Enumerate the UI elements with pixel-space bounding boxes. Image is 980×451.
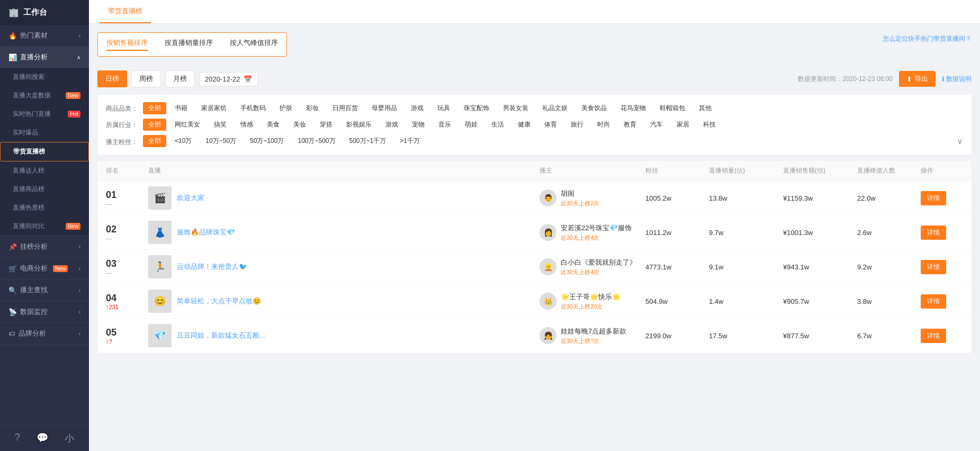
sidebar-liveanalysis-label: 直播分析 [20,52,48,62]
sidebar-item-livecompare[interactable]: 直播间对比 New [0,217,89,236]
sidebar-item-realtimehot[interactable]: 实时热门直播 Hot [0,105,89,123]
period-btn-day[interactable]: 日榜 [97,70,127,87]
filter-tag-life[interactable]: 生活 [486,119,509,131]
help-link[interactable]: 怎么定位快手热门带货直播间？ [883,34,972,43]
filter-tag-other[interactable]: 其他 [694,102,717,114]
filter-tag-health[interactable]: 健康 [513,119,536,131]
filter-tag-toys[interactable]: 玩具 [432,102,455,114]
filter-tag-game[interactable]: 游戏 [406,102,429,114]
sidebar: 🏢 工作台 🔥 热门素材 › 📊 直播分析 ∧ 直播间搜索 直播大盘数据 [0,0,89,451]
collapse-button[interactable]: ∨ [957,136,963,146]
filter-tag-digital[interactable]: 手机数码 [235,102,271,114]
sidebar-item-datamonitor[interactable]: 📡 数据监控 › [0,301,89,322]
detail-button[interactable]: 详情 [921,226,946,240]
filter-tag-fans-100-500w[interactable]: 100万~500万 [292,135,340,147]
filter-tag-all-ind[interactable]: 全部 [143,119,166,131]
sidebar-item-livemarket[interactable]: 直播大盘数据 New [0,86,89,105]
filter-tag-outfit[interactable]: 穿搭 [314,119,338,131]
help-icon[interactable]: ? [15,432,20,445]
filter-tag-fans-gt1kw[interactable]: >1千万 [394,135,425,147]
detail-button[interactable]: 详情 [921,329,946,343]
filter-tag-all-fans[interactable]: 全部 [143,135,166,147]
sidebar-item-anchorfind[interactable]: 🔍 播主查找 › [0,279,89,301]
filter-tag-fans-10-50w[interactable]: 10万~50万 [200,135,241,147]
filter-tag-daily[interactable]: 日用百货 [327,102,363,114]
period-btn-month[interactable]: 月榜 [165,70,195,87]
filter-tag-food[interactable]: 美食饮品 [576,102,612,114]
filter-tag-entertainment[interactable]: 影视娱乐 [341,119,377,131]
sidebar-item-heatranking[interactable]: 直播热度榜 [0,199,89,217]
live-title-link[interactable]: 服饰🔥品牌珠宝💎 [177,228,235,237]
miniapp-icon[interactable]: 小 [65,432,74,445]
live-title-link[interactable]: 豆豆同姐，新款猛女石五断... [177,331,265,340]
fans-cell: 1011.2w [645,229,709,237]
filter-tag-emotion[interactable]: 情感 [235,119,258,131]
data-explain-link[interactable]: ℹ 数据说明 [942,75,972,84]
filter-tag-fashion-ind[interactable]: 时尚 [592,119,615,131]
anchor-cell: 👨 胡闹 近30天上榜2次 [540,189,645,208]
sidebar-ecommerce-label: 电商分析 [20,264,48,273]
filter-tag-fans-500w-1kw[interactable]: 500万~1千万 [344,135,392,147]
fans-cell: 2199.0w [645,332,709,340]
detail-button[interactable]: 详情 [921,294,946,309]
sidebar-item-hangranking[interactable]: 📌 挂榜分析 › [0,236,89,257]
filter-tag-home[interactable]: 家居家纺 [196,102,232,114]
detail-button[interactable]: 详情 [921,191,946,205]
sidebar-item-anchorranking[interactable]: 直播达人榜 [0,161,89,180]
filter-tag-influencer[interactable]: 网红美女 [169,119,205,131]
filter-tag-comedy[interactable]: 搞笑 [209,119,232,131]
period-btn-week[interactable]: 周榜 [131,70,161,87]
filter-tag-tech[interactable]: 科技 [698,119,721,131]
filter-tag-gifts[interactable]: 礼品文娱 [537,102,573,114]
filter-tag-books[interactable]: 书籍 [169,102,193,114]
sidebar-item-productranking[interactable]: 直播商品榜 [0,180,89,199]
filter-tag-car[interactable]: 汽车 [645,119,668,131]
sidebar-item-ecommerce[interactable]: 🛒 电商分析 New › [0,258,89,279]
filter-tag-jewelry[interactable]: 珠宝配饰 [458,102,495,114]
filter-tag-all-cat[interactable]: 全部 [143,102,166,114]
filter-tag-travel[interactable]: 旅行 [565,119,589,131]
filter-tag-fashion[interactable]: 男装女装 [498,102,534,114]
sidebar-item-brandanalysis[interactable]: 🏷 品牌分析 › [0,323,89,344]
live-title-link[interactable]: 欢迎大家 [177,193,204,203]
date-picker[interactable]: 2020-12-22 📅 [199,72,258,86]
filter-tag-beauty[interactable]: 美妆 [288,119,311,131]
filter-tag-game-ind[interactable]: 游戏 [380,119,403,131]
filter-tag-music[interactable]: 音乐 [433,119,456,131]
sidebar-item-hotmaterial[interactable]: 🔥 热门素材 › [0,25,89,46]
filter-tag-education[interactable]: 教育 [618,119,642,131]
sidebar-item-realtimehit[interactable]: 实时爆品 [0,123,89,142]
sales-amount-cell: ¥943.1w [783,263,857,271]
filter-tag-fans-lt10w[interactable]: <10万 [169,135,197,147]
filter-tag-cute-baby[interactable]: 萌娃 [460,119,483,131]
sort-tab-sales-count[interactable]: 按直播销量排序 [165,38,213,51]
chat-icon[interactable]: 💬 [37,432,48,445]
filter-tag-pets-ind[interactable]: 宠物 [407,119,430,131]
sidebar-brandanalysis-label: 品牌分析 [19,329,46,338]
tab-liveranking[interactable]: 带货直播榜 [100,0,151,23]
sort-tab-sales-amount[interactable]: 按销售额排序 [106,38,148,51]
rank-number: 01 [106,190,148,201]
filter-tag-sports[interactable]: 体育 [539,119,562,131]
filter-tag-food-ind[interactable]: 美食 [262,119,285,131]
filter-tag-babyproducts[interactable]: 母婴用品 [366,102,402,114]
live-title-link[interactable]: 运动品牌！来抢贵人🐦 [177,262,247,272]
detail-button[interactable]: 详情 [921,260,946,274]
filter-tag-shoes[interactable]: 鞋帽箱包 [654,102,690,114]
sort-tab-peak[interactable]: 按人气峰值排序 [230,38,278,51]
filter-tag-makeup[interactable]: 彩妆 [301,102,324,114]
sidebar-item-livesearch[interactable]: 直播间搜索 [0,68,89,86]
sidebar-item-liveanalysis[interactable]: 📊 直播分析 ∧ [0,47,89,68]
sales-amount-cell: ¥905.7w [783,297,857,305]
update-time: 数据更新时间：2020-12-23 06:00 [798,75,893,84]
anchor-sub: 近30天上榜4次 [561,234,632,242]
filter-tag-pets[interactable]: 花鸟宠物 [615,102,651,114]
live-title-link[interactable]: 简单轻松，大点干早点敢😊 [177,296,261,306]
filter-tag-skincare[interactable]: 护肤 [274,102,298,114]
anchor-name: 🌟王子哥🌟快乐🌟 [561,292,621,302]
filter-tag-fans-50-100w[interactable]: 50万~100万 [245,135,289,147]
sidebar-item-liveranking[interactable]: 带货直播榜 [0,142,89,161]
export-button[interactable]: ⬆ 导出 [899,71,936,87]
filter-tag-home-ind[interactable]: 家居 [671,119,695,131]
live-cell: 💎 豆豆同姐，新款猛女石五断... [148,324,540,347]
